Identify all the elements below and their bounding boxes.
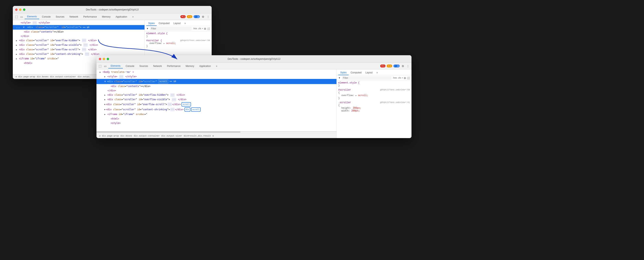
- tab-application-1[interactable]: Application: [113, 15, 130, 19]
- toggle-btn-2[interactable]: ⬜: [407, 77, 410, 79]
- cursor-icon-2[interactable]: ⬚: [98, 64, 102, 68]
- filter-input-wrap-1[interactable]: [150, 27, 192, 30]
- new-rule-btn-1[interactable]: ⊞: [204, 27, 206, 30]
- tab-sources-2[interactable]: Sources: [137, 64, 150, 68]
- dom-panel-2[interactable]: ▶ <body translate="no" > ▶ <style> ··· <…: [96, 69, 337, 138]
- filter-input-2[interactable]: [343, 77, 355, 79]
- breadcrumb-item[interactable]: div.output-sizer: [160, 135, 183, 137]
- maximize-button-1[interactable]: [23, 9, 26, 11]
- filter-input-1[interactable]: [151, 27, 163, 30]
- plus-btn-2[interactable]: +: [402, 77, 403, 79]
- tab-application-2[interactable]: Application: [197, 64, 213, 68]
- breadcrumb-item[interactable]: div.page-wrap: [101, 135, 120, 137]
- dom-line[interactable]: <style> ··· </style>: [13, 21, 144, 25]
- ellipsis-badge[interactable]: ···: [85, 52, 89, 56]
- plus-btn-1[interactable]: +: [202, 27, 203, 30]
- tab-elements-1[interactable]: Elements: [24, 14, 39, 19]
- ellipsis-badge[interactable]: ···: [168, 103, 172, 106]
- close-button-2[interactable]: [99, 58, 101, 60]
- inspector-icons-2[interactable]: ⬚ ▭: [98, 64, 107, 68]
- ellipsis-badge[interactable]: ···: [82, 39, 86, 42]
- nav-left-arrow-1[interactable]: ◀: [14, 74, 18, 79]
- css-source[interactable]: gOVpXJJ?noc…ue&view=:50: [180, 39, 210, 42]
- dom-line[interactable]: <div class="contents"></div>: [96, 84, 336, 88]
- style-tab-more-1[interactable]: »: [182, 21, 188, 26]
- dom-line-selected[interactable]: ... ▼ <div class="scroller" id="scroller…: [13, 25, 144, 30]
- tab-network-2[interactable]: Network: [151, 64, 164, 68]
- traffic-lights-1[interactable]: [15, 9, 26, 11]
- dom-line[interactable]: <style>: [96, 121, 336, 125]
- tab-performance-1[interactable]: Performance: [81, 15, 99, 19]
- tab-elements-2[interactable]: Elements: [108, 64, 123, 68]
- dom-line[interactable]: <div class="contents"></div>: [13, 30, 144, 34]
- dom-line[interactable]: <html>: [96, 116, 336, 121]
- breadcrumb-item[interactable]: div.output-container: [49, 76, 77, 78]
- toggle-btn-1[interactable]: ⬜: [207, 27, 210, 30]
- ellipsis-badge[interactable]: ···: [119, 75, 124, 78]
- tab-more-2[interactable]: »: [214, 64, 220, 68]
- settings-icon-2[interactable]: ⚙: [401, 64, 405, 68]
- maximize-button-2[interactable]: [107, 58, 109, 60]
- minimize-button-1[interactable]: [19, 9, 22, 11]
- breadcrumb-item[interactable]: div.page-wrap: [18, 76, 36, 78]
- style-tab-layout-1[interactable]: Layout: [172, 21, 182, 26]
- device-icon-2[interactable]: ▭: [103, 64, 107, 68]
- css-triangle[interactable]: ▶: [164, 43, 164, 45]
- settings-icon-1[interactable]: ⚙: [201, 15, 205, 19]
- minimize-button-2[interactable]: [103, 58, 105, 60]
- css-triangle-2[interactable]: ▶: [356, 95, 356, 97]
- ellipsis-badge[interactable]: ···: [170, 93, 175, 97]
- inspector-icons-1[interactable]: ⬚ ▭: [14, 15, 24, 19]
- new-rule-btn-2[interactable]: ⊞: [404, 77, 406, 79]
- css-source[interactable]: gOVpXJJ?ano…ue&view=:41: [380, 101, 410, 104]
- dom-line[interactable]: ▶ <div class="scroller" id="overflow-vis…: [96, 97, 336, 102]
- ellipsis-badge[interactable]: ···: [32, 21, 37, 25]
- nav-left-arrow-2[interactable]: ◀: [98, 134, 101, 138]
- style-tab-computed-1[interactable]: Computed: [157, 21, 172, 26]
- tab-more-1[interactable]: »: [130, 15, 136, 19]
- device-icon[interactable]: ▭: [20, 15, 24, 19]
- tab-console-2[interactable]: Console: [123, 64, 137, 68]
- more-icon-1[interactable]: ⋮: [206, 15, 210, 19]
- tab-memory-2[interactable]: Memory: [183, 64, 196, 68]
- more-icon-2[interactable]: ⋮: [406, 64, 410, 68]
- style-tab-computed-2[interactable]: Computed: [349, 70, 364, 75]
- dom-line-selected-2[interactable]: ▼ <div class="scroller" id="scroller" sc…: [96, 79, 336, 84]
- hov-btn-1[interactable]: :hov: [193, 27, 197, 30]
- style-tab-styles-1[interactable]: Styles: [146, 21, 157, 26]
- filter-input-wrap-2[interactable]: [342, 76, 392, 80]
- nav-right-arrow-2[interactable]: ▶: [212, 134, 215, 138]
- breadcrumb-item[interactable]: div.outpu…: [77, 76, 91, 78]
- dom-line[interactable]: ▶ <div class="scroller" id="overflow-hid…: [96, 93, 336, 97]
- style-tab-more-2[interactable]: »: [374, 70, 380, 75]
- breadcrumb-item[interactable]: div.boxes: [36, 76, 49, 78]
- dom-line[interactable]: ▶ <div class="scroller" id="content-shri…: [96, 107, 336, 112]
- dom-line[interactable]: ▶ <div class="scroller" id="overflow-hid…: [13, 38, 144, 43]
- devtools-window-2[interactable]: DevTools - codepen.io/sofiayem/pen/gOVpX…: [96, 55, 412, 138]
- ellipsis-badge[interactable]: ···: [172, 98, 176, 101]
- ellipsis-badge[interactable]: ···: [170, 108, 175, 111]
- dom-line[interactable]: ▶ <div class="scroller" id="overflow-scr…: [96, 102, 336, 107]
- close-button-1[interactable]: [15, 9, 18, 11]
- tab-console-1[interactable]: Console: [40, 15, 53, 19]
- breadcrumb-item[interactable]: div.boxes: [120, 135, 133, 137]
- dom-line[interactable]: ▶ <div class="scroller" id="overflow-scr…: [13, 47, 144, 52]
- dom-line[interactable]: ▶ <iframe id="iframe" srcdoc=": [96, 112, 336, 116]
- style-tab-styles-2[interactable]: Styles: [338, 70, 349, 75]
- style-tab-layout-2[interactable]: Layout: [364, 70, 374, 75]
- traffic-lights-2[interactable]: [99, 58, 109, 60]
- breadcrumb-item[interactable]: div#result_div.result: [183, 135, 212, 137]
- cls-btn-2[interactable]: .cls: [398, 77, 401, 79]
- dom-line[interactable]: </div>: [13, 34, 144, 38]
- tab-memory-1[interactable]: Memory: [100, 15, 113, 19]
- scrollbar-thumb[interactable]: [96, 132, 240, 133]
- ellipsis-badge[interactable]: ···: [82, 48, 86, 51]
- cursor-icon[interactable]: ⬚: [14, 15, 18, 19]
- tab-performance-2[interactable]: Performance: [164, 64, 183, 68]
- dom-line[interactable]: ▶ <style> ··· </style>: [96, 74, 336, 79]
- ellipsis-badge[interactable]: ···: [83, 43, 88, 47]
- scrollbar-hint[interactable]: [96, 132, 336, 133]
- dom-line[interactable]: ▶ <div class="scroller" id="overflow-vis…: [13, 43, 144, 47]
- css-source[interactable]: gOVpXJJ?ano…ue&view=:50: [380, 89, 410, 91]
- tab-sources-1[interactable]: Sources: [53, 15, 67, 19]
